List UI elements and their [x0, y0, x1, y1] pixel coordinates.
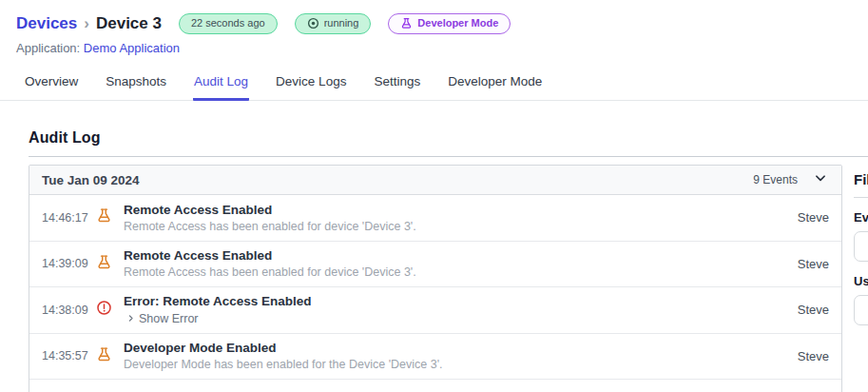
events-filter-select[interactable] [854, 231, 868, 262]
events-filter-label: Events [854, 210, 868, 225]
user-filter-select[interactable] [854, 295, 868, 325]
filter-panel: Filter Events User [854, 165, 868, 325]
row-time: 14:38:09 [42, 304, 94, 317]
status-badge-label: running [324, 17, 359, 29]
row-title: Developer Mode Enabled [124, 341, 798, 355]
tab-bar: OverviewSnapshotsAudit LogDevice LogsSet… [0, 69, 868, 101]
application-link[interactable]: Demo Application [84, 41, 180, 55]
application-line: Application: Demo Application [16, 41, 868, 55]
row-description: Remote Access has been enabled for devic… [124, 266, 798, 279]
flask-icon [96, 254, 112, 274]
date-group-header[interactable]: Tue Jan 09 2024 9 Events [29, 166, 841, 195]
last-seen-badge: 22 seconds ago [179, 13, 278, 34]
tab-settings[interactable]: Settings [373, 69, 421, 101]
last-seen-badge-label: 22 seconds ago [191, 17, 265, 29]
page-title: Audit Log [29, 129, 868, 147]
row-user: Steve [798, 257, 829, 271]
row-description: Remote Access has been enabled for devic… [124, 221, 798, 233]
status-badge: running [295, 13, 372, 34]
row-time: 14:35:57 [42, 349, 94, 363]
row-user: Steve [798, 303, 829, 317]
row-user: Steve [798, 349, 829, 363]
application-label: Application: [16, 41, 80, 55]
audit-log-table: Tue Jan 09 2024 9 Events 14:46:17 [29, 165, 842, 392]
page-header: Devices › Device 3 22 seconds ago runnin… [0, 0, 868, 55]
breadcrumb-separator-icon: › [84, 14, 89, 33]
content-row: Tue Jan 09 2024 9 Events 14:46:17 [29, 165, 868, 392]
tab-device-logs[interactable]: Device Logs [275, 69, 347, 101]
events-count: 9 Events [753, 173, 798, 186]
audit-log-row: 14:39:09 Remote Access Enabled Remote Ac… [29, 242, 841, 288]
flask-icon [96, 207, 112, 227]
audit-log-row: 14:35:57 Developer Mode Enabled Develope… [29, 334, 841, 381]
row-title: Remote Access Enabled [124, 248, 798, 263]
tab-developer-mode[interactable]: Developer Mode [447, 69, 543, 101]
chevron-down-icon[interactable] [814, 171, 827, 188]
row-time: 14:46:17 [42, 211, 94, 225]
flask-icon [96, 346, 112, 366]
tab-overview[interactable]: Overview [24, 69, 79, 101]
target-icon [307, 17, 319, 29]
audit-table-rows: 14:46:17 Remote Access Enabled Remote Ac… [29, 195, 841, 392]
flask-icon [400, 17, 413, 29]
row-description: Developer Mode has been enabled for the … [124, 359, 798, 371]
row-user: Steve [798, 210, 829, 225]
date-group-label: Tue Jan 09 2024 [42, 173, 140, 187]
error-icon [96, 300, 112, 320]
user-filter-label: User [854, 274, 868, 288]
developer-mode-badge-label: Developer Mode [417, 17, 498, 29]
row-title: Remote Access Enabled [124, 203, 798, 217]
breadcrumb-current-device: Device 3 [96, 14, 162, 33]
tab-audit-log[interactable]: Audit Log [193, 69, 249, 101]
audit-log-row: 14:38:09 Error: Remote Access Enabled Sh… [29, 287, 841, 334]
developer-mode-badge: Developer Mode [388, 13, 511, 34]
breadcrumb-devices-link[interactable]: Devices [16, 14, 77, 33]
breadcrumb: Devices › Device 3 22 seconds ago runnin… [16, 13, 868, 34]
main-content: Audit Log Tue Jan 09 2024 9 Events [0, 129, 868, 392]
row-title: Error: Remote Access Enabled [124, 294, 798, 308]
filter-panel-title: Filter [854, 171, 868, 187]
tab-snapshots[interactable]: Snapshots [105, 69, 167, 101]
device-detail-page: Devices › Device 3 22 seconds ago runnin… [0, 0, 868, 392]
show-error-toggle[interactable]: Show Error [126, 312, 199, 325]
row-time: 14:39:09 [42, 257, 94, 270]
audit-log-row: 14:46:17 Remote Access Enabled Remote Ac… [29, 195, 841, 242]
title-divider [29, 156, 868, 157]
audit-log-row: 14:35:30 Developer Mode Disabled Steve [29, 380, 841, 392]
show-error-label: Show Error [139, 312, 199, 325]
filter-panel-divider [854, 197, 868, 198]
